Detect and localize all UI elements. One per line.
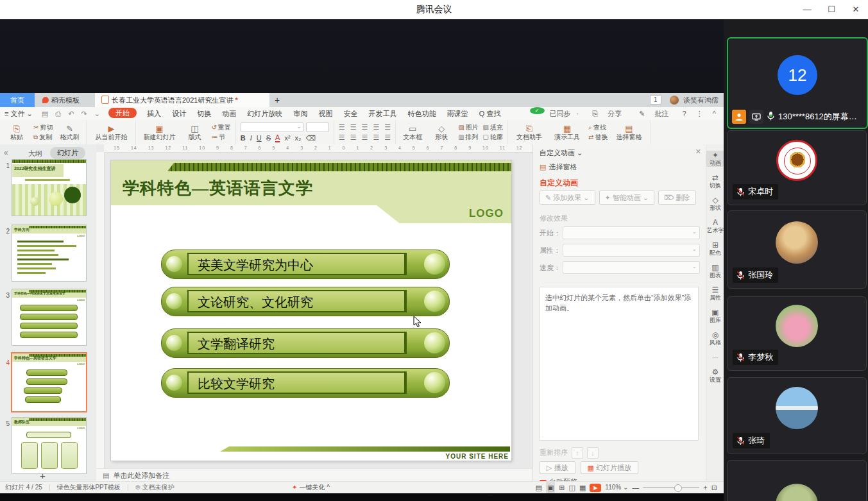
tab-outline[interactable]: 大纲 xyxy=(28,149,42,158)
play-animation-button[interactable]: ▷ 播放 xyxy=(540,461,575,474)
tab-home[interactable]: 首页 xyxy=(0,93,35,107)
menu-tab-animation[interactable]: 动画 xyxy=(217,107,241,120)
comment-button[interactable]: ✎ 批注 xyxy=(631,107,676,120)
start-select[interactable]: ⌄ xyxy=(563,226,700,239)
subscript-button[interactable]: x₂ xyxy=(295,134,302,142)
maximize-icon[interactable]: ☐ xyxy=(819,0,844,19)
protection-status[interactable]: ⊗ 文档未保护 xyxy=(135,484,174,491)
zoom-slider-thumb[interactable] xyxy=(674,484,682,492)
menu-tab-design[interactable]: 设计 xyxy=(167,107,191,120)
strip-settings[interactable]: ⚙设置 xyxy=(706,368,724,384)
section-button[interactable]: ≔节 xyxy=(211,133,230,141)
number-list-icon[interactable]: ☰ xyxy=(350,123,357,132)
menu-tab-start[interactable]: 开始 xyxy=(108,108,137,118)
slide-button-4[interactable]: 比较文学研究 xyxy=(161,368,450,398)
minimize-icon[interactable]: — xyxy=(795,0,819,19)
copy-button[interactable]: ⧉复制 xyxy=(33,133,53,141)
strip-transition[interactable]: ⇄切换 xyxy=(706,173,724,189)
zoom-in-icon[interactable]: + xyxy=(703,482,707,493)
add-slide-button[interactable]: + xyxy=(40,470,46,481)
slide-button-3[interactable]: 文学翻译研究 xyxy=(161,328,450,358)
strip-properties[interactable]: ☰属性 xyxy=(706,285,724,301)
participant-tile[interactable]: 宋卓时 xyxy=(727,130,867,205)
file-menu[interactable]: ≡ 文件 ⌄ xyxy=(0,107,37,120)
align-right-icon[interactable]: ☰ xyxy=(362,133,368,142)
smart-animation-button[interactable]: ✦智能动画 ⌄ xyxy=(599,191,655,205)
slide-button-2[interactable]: 文论研究、文化研究 xyxy=(161,287,450,316)
underline-button[interactable]: U xyxy=(257,134,262,142)
save-icon[interactable]: ▤ xyxy=(39,107,51,120)
strip-wordart[interactable]: A艺术字 xyxy=(706,218,724,234)
strip-chart[interactable]: ▥图表 xyxy=(706,263,724,279)
participant-tile-screenshare[interactable]: 12 130****8612的屏幕… xyxy=(727,37,868,129)
move-down-icon[interactable]: ↓ xyxy=(587,447,599,459)
bold-button[interactable]: B xyxy=(241,134,246,142)
columns-icon[interactable]: ☰ xyxy=(384,133,391,142)
participant-tile[interactable]: 张琦 xyxy=(727,377,867,454)
selection-pane-button[interactable]: ▤选择窗格 xyxy=(612,124,645,141)
close-icon[interactable]: ✕ xyxy=(844,0,868,19)
replace-button[interactable]: ⇄替换 xyxy=(588,133,608,141)
new-tab-button[interactable]: + xyxy=(268,93,286,107)
format-painter-button[interactable]: ✎格式刷 xyxy=(57,124,81,141)
slide-thumbnail-1[interactable]: 2022研究生招生宣讲 xyxy=(12,159,87,216)
property-select[interactable]: ⌄ xyxy=(563,244,700,257)
slideshow-play-button[interactable]: ▦幻灯片播放 xyxy=(581,461,638,474)
slideshow-view-icon[interactable]: ▦ xyxy=(579,482,586,493)
font-size-select[interactable] xyxy=(306,123,329,132)
close-panel-icon[interactable]: ✕ xyxy=(695,148,701,156)
picture-button[interactable]: ▨图片 xyxy=(458,123,478,132)
menu-tab-devtools[interactable]: 开发工具 xyxy=(364,107,402,120)
fit-screen-icon[interactable]: ⊡ xyxy=(711,482,717,493)
new-slide-button[interactable]: ▣新建幻灯片 xyxy=(140,124,178,141)
menu-tab-view[interactable]: 视图 xyxy=(314,107,337,120)
notification-badge[interactable]: 1 xyxy=(650,95,661,105)
menu-tab-insert[interactable]: 插入 xyxy=(142,107,166,120)
layout-button[interactable]: ◫版式 xyxy=(182,124,207,141)
add-effect-button[interactable]: ✎添加效果 ⌄ xyxy=(540,191,595,205)
font-family-select[interactable]: ⌄ xyxy=(241,123,303,132)
collapse-ribbon-icon[interactable]: ^ xyxy=(709,107,720,120)
indent-decrease-icon[interactable]: ☰ xyxy=(362,123,368,132)
menu-tab-features[interactable]: 特色功能 xyxy=(404,107,441,120)
speed-select[interactable]: ⌄ xyxy=(563,261,700,274)
strip-shapes[interactable]: ◇形状 xyxy=(706,196,724,212)
play-from-current-button[interactable]: ▶从当前开始 xyxy=(91,124,131,141)
strip-more-icon[interactable]: ⋯ xyxy=(706,354,724,361)
bullet-list-icon[interactable]: ☰ xyxy=(339,123,345,132)
share-button[interactable]: ⎘ 分享 xyxy=(584,107,629,120)
shapes-button[interactable]: ◇形状 xyxy=(429,124,454,141)
indent-increase-icon[interactable]: ☰ xyxy=(373,123,379,132)
redo-icon[interactable]: ↷ xyxy=(78,107,89,120)
sorter-view-icon[interactable]: ⊞ xyxy=(559,482,565,493)
tab-docer[interactable]: 稻壳模板 xyxy=(36,93,86,107)
help-button[interactable]: ? xyxy=(679,107,690,120)
slide-editing-area[interactable]: 学科特色—英语语言文学 LOGO 英美文学研究为中心 文论研究、文化研究 文学翻… xyxy=(111,160,511,461)
menu-tab-slideshow[interactable]: 幻灯片放映 xyxy=(243,107,287,120)
menu-tab-security[interactable]: 安全 xyxy=(339,107,362,120)
template-name[interactable]: 绿色矢量形体PPT模板 xyxy=(56,484,120,491)
more-icon[interactable]: ⌄ xyxy=(92,107,103,120)
participant-tile[interactable]: 张国玲 xyxy=(727,210,867,289)
horizontal-ruler[interactable]: 15 14 13 12 11 10 9 8 7 6 5 4 3 2 1 0 1 … xyxy=(104,144,532,153)
kebab-icon[interactable]: ⋮ xyxy=(692,107,707,120)
present-tools-button[interactable]: ▦演示工具 xyxy=(550,124,584,141)
font-color-button[interactable]: A xyxy=(275,134,280,142)
align-left-icon[interactable]: ☰ xyxy=(339,133,345,142)
slide-thumbnail-5[interactable]: 教师队伍 LOGO xyxy=(12,417,87,474)
slide-thumbnail-3[interactable]: 学科特色—外国语言学及应用语言学 LOGO xyxy=(12,289,87,346)
doc-assistant-button[interactable]: ⎗文档助手 xyxy=(513,124,546,141)
tab-slides[interactable]: 幻灯片 xyxy=(50,147,85,159)
selection-pane-link[interactable]: ▤选择窗格 xyxy=(540,162,577,172)
strike-button[interactable]: S xyxy=(266,134,271,142)
normal-view-icon[interactable]: ▣ xyxy=(546,482,555,493)
zoom-out-icon[interactable]: — xyxy=(632,482,639,493)
notes-view-icon[interactable]: ▤ xyxy=(535,482,541,493)
line-spacing-icon[interactable]: ☰ xyxy=(384,123,391,132)
fill-button[interactable]: ▧填充 xyxy=(483,123,503,132)
participants-panel[interactable]: 12 130****8612的屏幕… 宋卓时 xyxy=(724,19,868,501)
vertical-ruler[interactable] xyxy=(96,152,105,468)
synced-status[interactable]: ✓已同步 · xyxy=(526,107,583,120)
participant-tile[interactable]: 李梦秋 xyxy=(727,296,867,371)
menu-tab-transition[interactable]: 切换 xyxy=(192,107,216,120)
